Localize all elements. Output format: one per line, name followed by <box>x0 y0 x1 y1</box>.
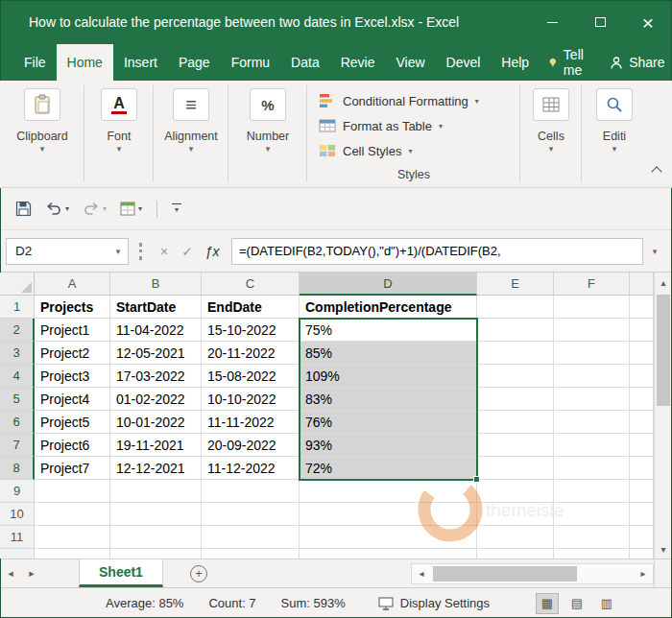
font-dropdown-icon[interactable]: ▾ <box>117 144 122 154</box>
cell-D3[interactable]: 85% <box>300 342 477 365</box>
scroll-right-icon[interactable]: ▸ <box>634 568 653 579</box>
cell-E6[interactable] <box>477 411 554 434</box>
undo-button[interactable]: ▾ <box>41 199 73 219</box>
row-header-4[interactable]: 4 <box>0 365 35 388</box>
cell-C3[interactable]: 20-11-2022 <box>202 342 300 365</box>
cell-E10[interactable] <box>477 503 554 526</box>
number-dropdown-icon[interactable]: ▾ <box>266 144 271 154</box>
cell-C[interactable] <box>202 549 300 559</box>
row-header-5[interactable]: 5 <box>0 388 35 411</box>
cell-D[interactable] <box>300 549 477 559</box>
tab-data[interactable]: Data <box>280 44 330 81</box>
cell-A5[interactable]: Project4 <box>35 388 110 411</box>
row-header-9[interactable]: 9 <box>0 480 35 503</box>
cell-D10[interactable] <box>300 503 477 526</box>
name-box[interactable]: D2 ▾ <box>6 238 129 265</box>
cell-D2[interactable]: 75% <box>300 319 477 342</box>
cell-B7[interactable]: 19-11-2021 <box>110 434 202 457</box>
minimize-button[interactable] <box>528 0 576 44</box>
font-button[interactable]: A <box>101 88 137 121</box>
editing-button[interactable] <box>596 88 633 121</box>
cell-C2[interactable]: 15-10-2022 <box>202 319 300 342</box>
scroll-left-icon[interactable]: ◂ <box>412 568 431 579</box>
cell-F2[interactable] <box>554 319 630 342</box>
cell-A11[interactable] <box>35 526 110 549</box>
tab-page[interactable]: Page <box>168 44 221 81</box>
cell-C6[interactable]: 11-11-2022 <box>202 411 300 434</box>
cell-partial[interactable] <box>630 434 654 457</box>
tab-devel[interactable]: Devel <box>436 44 492 81</box>
cell-A9[interactable] <box>35 480 110 503</box>
cell-B2[interactable]: 11-04-2022 <box>110 319 202 342</box>
tab-home[interactable]: Home <box>57 44 113 81</box>
column-header-partial[interactable] <box>630 273 654 296</box>
status-count[interactable]: Count: 7 <box>208 596 255 610</box>
cell-A8[interactable]: Project7 <box>35 457 110 480</box>
cell-A7[interactable]: Project6 <box>35 434 110 457</box>
scroll-up-icon[interactable]: ▴ <box>655 273 672 292</box>
cell-F3[interactable] <box>554 342 630 365</box>
cell-D11[interactable] <box>300 526 477 549</box>
alignment-dropdown-icon[interactable]: ▾ <box>189 144 194 154</box>
customize-qat-button[interactable]: ▾ <box>168 202 185 216</box>
alignment-button[interactable]: ≡ <box>173 88 209 121</box>
vertical-scroll-thumb[interactable] <box>657 295 670 406</box>
cell-A3[interactable]: Project2 <box>35 342 110 365</box>
cell-E3[interactable] <box>477 342 554 365</box>
sheet-nav-right-icon[interactable]: ▸ <box>21 567 42 580</box>
redo-dropdown-icon[interactable]: ▾ <box>103 204 107 213</box>
cell-C5[interactable]: 10-10-2022 <box>202 388 300 411</box>
status-average[interactable]: Average: 85% <box>106 596 183 610</box>
save-button[interactable] <box>12 198 36 220</box>
cell-F[interactable] <box>554 549 630 559</box>
cell-F8[interactable] <box>554 457 630 480</box>
cell-A10[interactable] <box>35 503 110 526</box>
select-all-button[interactable] <box>0 273 35 296</box>
tab-help[interactable]: Help <box>491 44 540 81</box>
share-button[interactable]: Share <box>598 44 672 81</box>
cell-F4[interactable] <box>554 365 630 388</box>
cell-partial[interactable] <box>630 365 654 388</box>
row-header-partial[interactable] <box>0 549 35 559</box>
row-header-3[interactable]: 3 <box>0 342 35 365</box>
cell-E1[interactable] <box>477 296 554 319</box>
collapse-ribbon-button[interactable] <box>651 166 661 177</box>
cell-D6[interactable]: 76% <box>300 411 477 434</box>
cell-partial[interactable] <box>630 480 654 503</box>
row-header-10[interactable]: 10 <box>0 503 35 526</box>
conditional-formatting-button[interactable]: Conditional Formatting ▾ <box>307 88 520 113</box>
close-button[interactable]: × <box>624 0 672 44</box>
vertical-scrollbar[interactable]: ▴ ▾ <box>654 273 672 559</box>
cell-B10[interactable] <box>110 503 202 526</box>
fill-handle[interactable] <box>473 476 480 483</box>
cell-B5[interactable]: 01-02-2022 <box>110 388 202 411</box>
cell-partial[interactable] <box>630 319 654 342</box>
cell-C8[interactable]: 11-12-2022 <box>202 457 300 480</box>
cell-A6[interactable]: Project5 <box>35 411 110 434</box>
cell-E[interactable] <box>477 549 554 559</box>
cell-D7[interactable]: 93% <box>300 434 477 457</box>
cell-B8[interactable]: 12-12-2021 <box>110 457 202 480</box>
row-header-2[interactable]: 2 <box>0 319 35 342</box>
cell-F11[interactable] <box>554 526 630 549</box>
tab-formu[interactable]: Formu <box>221 44 280 81</box>
cell-F7[interactable] <box>554 434 630 457</box>
cell-E2[interactable] <box>477 319 554 342</box>
cell-E11[interactable] <box>477 526 554 549</box>
cell-E7[interactable] <box>477 434 554 457</box>
cell-B9[interactable] <box>110 480 202 503</box>
display-settings-button[interactable]: Display Settings <box>378 596 490 610</box>
vertical-scroll-track[interactable] <box>655 292 672 539</box>
cell-A[interactable] <box>35 549 110 559</box>
cells-button[interactable] <box>533 88 569 121</box>
confirm-entry-button[interactable]: ✓ <box>176 244 199 259</box>
cell-B11[interactable] <box>110 526 202 549</box>
cell-C1[interactable]: EndDate <box>202 296 300 319</box>
cell-F9[interactable] <box>554 480 630 503</box>
number-format-button[interactable]: % <box>250 88 286 121</box>
cell-partial[interactable] <box>630 526 654 549</box>
maximize-button[interactable] <box>576 0 624 44</box>
cell-E8[interactable] <box>477 457 554 480</box>
name-box-dropdown-icon[interactable]: ▾ <box>108 247 128 256</box>
cell-partial[interactable] <box>630 342 654 365</box>
